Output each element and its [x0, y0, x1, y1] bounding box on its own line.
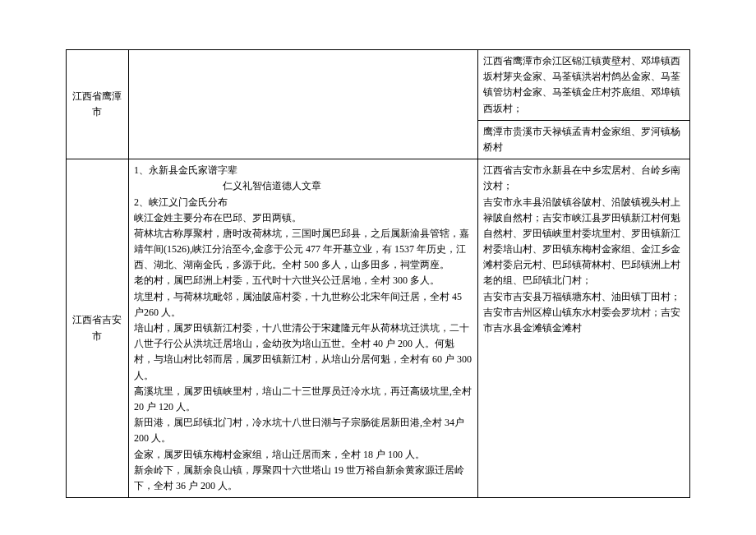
location-cell: 鹰潭市贵溪市天禄镇孟青村金家组、罗河镇杨桥村	[477, 120, 689, 159]
region-cell: 江西省鹰潭市	[67, 50, 129, 159]
table-row: 江西省鹰潭市 江西省鹰潭市余江区锦江镇黄壁村、邓埠镇西坂村芽夹金家、马荃镇洪岩村…	[67, 50, 690, 121]
text-line: 仁义礼智信道德人文章	[134, 180, 321, 191]
text-line: 新余岭下，属新余良山镇，厚聚四十六世塔山 19 世万裕自新余黄家源迁居岭下，全村…	[134, 464, 464, 491]
content-cell	[128, 50, 477, 159]
text-line: 2、峡江义门金氏分布	[134, 196, 228, 208]
text-line: 荷林坑古称厚聚村，唐时改荷林坑，三国时属巴邱县，之后属新渝县管辖，嘉靖年间(15…	[134, 228, 469, 270]
text-line: 培山村，属罗田镇新江村委，十八世清公于宋建隆元年从荷林坑迁洪坑，二十八世子行公从…	[134, 322, 472, 381]
text-line: 1、永新县金氏家谱字辈	[134, 164, 237, 176]
text-line: 新田港，属巴邱镇北门村，冷水坑十八世日潮与子宗肠徙居新田港,全村 34户 200…	[134, 417, 464, 444]
text-line: 老的村，属巴邱洲上村委，五代时十六世兴公迁居地，全村 300 多人。	[134, 274, 440, 286]
content-cell: 1、永新县金氏家谱字辈 仁义礼智信道德人文章 2、峡江义门金氏分布 峡江金姓主要…	[128, 159, 477, 498]
data-table: 江西省鹰潭市 江西省鹰潭市余江区锦江镇黄壁村、邓埠镇西坂村芽夹金家、马荃镇洪岩村…	[66, 49, 690, 498]
location-cell: 江西省吉安市永新县在中乡宏居村、台岭乡南汶村； 吉安市永丰县沿陂镇谷陂村、沿陂镇…	[477, 159, 689, 498]
text-line: 坑里村，与荷林坑毗邻，属油陂庙村委，十九世称公北宋年间迁居，全村 45 户260…	[134, 291, 462, 318]
location-cell: 江西省鹰潭市余江区锦江镇黄壁村、邓埠镇西坂村芽夹金家、马荃镇洪岩村鸽丛金家、马荃…	[477, 50, 689, 121]
region-cell: 江西省吉安市	[67, 159, 129, 498]
text-line: 金家，属罗田镇东梅村金家组，培山迁居而来，全村 18 户 100 人。	[134, 449, 425, 460]
text-line: 峡江金姓主要分布在巴邱、罗田两镇。	[134, 212, 302, 224]
table-row: 江西省吉安市 1、永新县金氏家谱字辈 仁义礼智信道德人文章 2、峡江义门金氏分布…	[67, 159, 690, 498]
text-line: 高溪坑里，属罗田镇峡里村，培山二十三世厚员迁冷水坑，再迁高级坑里,全村 20 户…	[134, 385, 472, 413]
